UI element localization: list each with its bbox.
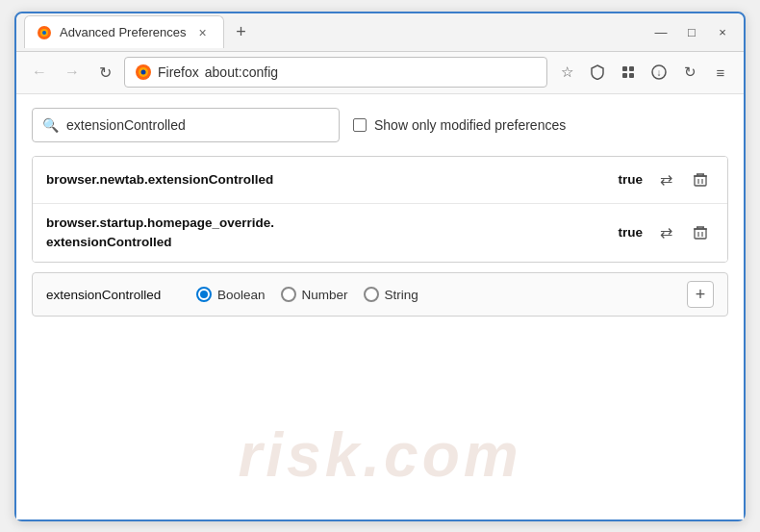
svg-rect-7 xyxy=(629,66,634,71)
add-preference-button[interactable]: + xyxy=(687,281,714,308)
menu-icon[interactable]: ≡ xyxy=(707,59,734,86)
firefox-icon xyxy=(135,63,152,81)
active-tab[interactable]: Advanced Preferences × xyxy=(24,15,224,48)
content-area: 🔍 Show only modified preferences browser… xyxy=(16,94,744,519)
minimize-button[interactable]: — xyxy=(647,18,674,45)
radio-number-label: Number xyxy=(302,288,348,302)
address-bar[interactable]: Firefox about:config xyxy=(124,57,547,88)
search-input[interactable] xyxy=(66,117,329,133)
title-bar: Advanced Preferences × + — □ × xyxy=(16,13,744,52)
modified-prefs-checkbox[interactable] xyxy=(353,118,367,132)
watermark: risk.com xyxy=(238,419,521,491)
radio-number-circle xyxy=(281,287,296,302)
table-row[interactable]: browser.newtab.extensionControlled true … xyxy=(33,157,727,204)
download-icon[interactable]: ↓ xyxy=(646,59,672,86)
search-icon: 🔍 xyxy=(42,117,59,133)
pref-value-2: true xyxy=(608,225,643,240)
tab-close-button[interactable]: × xyxy=(194,24,212,41)
new-tab-button[interactable]: + xyxy=(228,18,255,45)
nav-icons: ☆ ↓ ↻ ≡ xyxy=(553,59,734,86)
svg-rect-19 xyxy=(695,229,706,239)
extension-icon[interactable] xyxy=(615,59,642,86)
svg-text:↓: ↓ xyxy=(657,67,662,78)
browser-window: Advanced Preferences × + — □ × ← → ↻ Fir… xyxy=(14,12,746,521)
window-controls: — □ × xyxy=(647,18,736,45)
new-preference-row: extensionControlled Boolean Number xyxy=(32,272,728,317)
pref-delete-button-2[interactable] xyxy=(687,219,714,246)
forward-button[interactable]: → xyxy=(59,59,86,86)
url-address: about:config xyxy=(205,64,278,80)
shield-icon[interactable] xyxy=(584,59,611,86)
modified-prefs-label: Show only modified preferences xyxy=(374,117,566,133)
pref-name-1: browser.newtab.extensionControlled xyxy=(46,172,608,187)
back-button[interactable]: ← xyxy=(26,59,53,86)
radio-string[interactable]: String xyxy=(364,287,418,302)
tab-favicon xyxy=(37,25,52,40)
svg-rect-8 xyxy=(622,73,627,78)
modified-prefs-checkbox-label[interactable]: Show only modified preferences xyxy=(353,117,566,133)
pref-value-1: true xyxy=(608,172,643,187)
new-pref-name: extensionControlled xyxy=(46,288,181,302)
radio-string-label: String xyxy=(385,288,418,302)
radio-boolean-circle xyxy=(196,287,212,302)
tab-title: Advanced Preferences xyxy=(60,25,187,39)
svg-rect-12 xyxy=(695,176,706,186)
svg-point-2 xyxy=(42,31,46,35)
star-icon[interactable]: ☆ xyxy=(553,59,580,86)
search-box[interactable]: 🔍 xyxy=(32,108,340,142)
browser-label: Firefox xyxy=(158,64,199,80)
svg-rect-9 xyxy=(629,73,634,78)
radio-number[interactable]: Number xyxy=(281,287,348,302)
sync-icon[interactable]: ↻ xyxy=(676,59,703,86)
pref-name-2: browser.startup.homepage_override.extens… xyxy=(46,214,608,253)
maximize-button[interactable]: □ xyxy=(678,18,705,45)
pref-actions-1: ⇄ xyxy=(652,166,714,193)
svg-point-5 xyxy=(141,70,146,75)
search-row: 🔍 Show only modified preferences xyxy=(32,108,728,142)
radio-boolean-label: Boolean xyxy=(217,288,266,302)
nav-bar: ← → ↻ Firefox about:config ☆ xyxy=(16,52,744,94)
radio-string-circle xyxy=(364,287,379,302)
radio-boolean[interactable]: Boolean xyxy=(196,287,266,302)
table-row[interactable]: browser.startup.homepage_override.extens… xyxy=(33,204,727,263)
type-radio-group: Boolean Number String xyxy=(196,287,418,302)
preferences-table: browser.newtab.extensionControlled true … xyxy=(32,156,728,264)
pref-actions-2: ⇄ xyxy=(652,219,714,246)
svg-rect-6 xyxy=(622,66,627,71)
radio-boolean-dot xyxy=(200,291,208,298)
close-button[interactable]: × xyxy=(709,18,736,45)
pref-swap-button-1[interactable]: ⇄ xyxy=(652,166,679,193)
reload-button[interactable]: ↻ xyxy=(91,59,118,86)
pref-delete-button-1[interactable] xyxy=(687,166,714,193)
pref-swap-button-2[interactable]: ⇄ xyxy=(652,219,679,246)
